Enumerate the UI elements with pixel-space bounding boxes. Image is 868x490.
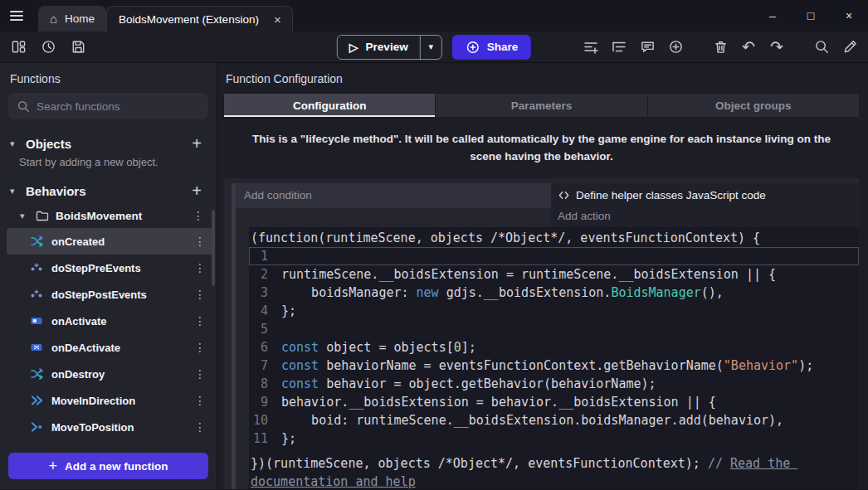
objects-section-header[interactable]: ▾ Objects + bbox=[0, 131, 217, 156]
code-wrapper-footer: })(runtimeScene, objects /*Object*/, eve… bbox=[249, 454, 859, 489]
add-behavior-button[interactable]: + bbox=[187, 182, 207, 201]
chevrons-icon bbox=[30, 394, 43, 407]
function-item-moveindirection[interactable]: MoveInDirection ⋮ bbox=[7, 387, 213, 414]
kebab-menu-icon[interactable]: ⋮ bbox=[193, 367, 207, 381]
function-item-oncreated[interactable]: onCreated ⋮ bbox=[7, 228, 213, 255]
code-line[interactable]: 11}; bbox=[249, 429, 859, 448]
code-line[interactable]: 7const behaviorName = eventsFunctionCont… bbox=[249, 357, 859, 375]
window-maximize-button[interactable]: □ bbox=[792, 0, 830, 32]
configuration-tabs: Configuration Parameters Object groups bbox=[224, 94, 859, 117]
chevron-down-icon: ▾ bbox=[10, 186, 19, 196]
tab-object-groups[interactable]: Object groups bbox=[648, 94, 859, 117]
add-action-button[interactable]: Add action bbox=[551, 208, 859, 227]
kebab-menu-icon[interactable]: ⋮ bbox=[192, 209, 205, 222]
tab-close-icon[interactable]: × bbox=[271, 12, 284, 27]
function-item-ondestroy[interactable]: onDestroy ⋮ bbox=[7, 361, 213, 387]
play-icon: ▷ bbox=[349, 41, 358, 54]
behaviors-section-label: Behaviors bbox=[26, 184, 180, 198]
kebab-menu-icon[interactable]: ⋮ bbox=[193, 314, 207, 327]
add-subevent-icon[interactable] bbox=[611, 39, 627, 56]
js-code-event-header[interactable]: Define helper classes JavaScript code bbox=[551, 183, 859, 208]
function-label: MoveToPosition bbox=[51, 421, 185, 434]
search-icon[interactable] bbox=[813, 39, 830, 56]
code-wrapper-header: (function(runtimeScene, objects /*Object… bbox=[249, 227, 859, 247]
code-line[interactable]: 3 boidsManager: new gdjs.__boidsExtensio… bbox=[249, 284, 859, 302]
kebab-menu-icon[interactable]: ⋮ bbox=[193, 341, 207, 354]
code-line[interactable]: 9behavior.__boidsExtension = behavior.__… bbox=[249, 393, 859, 411]
kebab-menu-icon[interactable]: ⋮ bbox=[193, 235, 207, 248]
steps-icon bbox=[30, 288, 43, 301]
function-label: doStepPreEvents bbox=[51, 262, 185, 274]
tab-parameters[interactable]: Parameters bbox=[436, 94, 647, 117]
function-label: onCreated bbox=[51, 235, 185, 248]
add-event-icon[interactable] bbox=[583, 39, 599, 56]
line-number: 2 bbox=[249, 265, 281, 284]
sidebar-scrollbar[interactable] bbox=[212, 210, 215, 286]
preview-button[interactable]: ▷ Preview ▾ bbox=[337, 35, 442, 60]
code-line[interactable]: 2runtimeScene.__boidsExtension = runtime… bbox=[249, 265, 859, 284]
line-number: 7 bbox=[249, 357, 281, 375]
function-configuration-panel: Function Configuration Configuration Par… bbox=[217, 63, 868, 489]
save-icon[interactable] bbox=[70, 39, 86, 56]
code-line[interactable]: 1 bbox=[249, 247, 859, 265]
window-close-button[interactable]: × bbox=[830, 0, 868, 32]
tab-boidsmovement-extension[interactable]: BoidsMovement (Extension) × bbox=[106, 6, 293, 32]
add-comment-icon[interactable] bbox=[639, 39, 656, 56]
window-minimize-button[interactable]: – bbox=[753, 0, 792, 32]
behaviors-section-header[interactable]: ▾ Behaviors + bbox=[0, 178, 217, 203]
line-number: 3 bbox=[249, 284, 281, 302]
add-object-button[interactable]: + bbox=[187, 134, 207, 153]
redo-icon[interactable]: ↷ bbox=[768, 39, 785, 56]
behavior-folder-boidsmovement[interactable]: ▾ BoidsMovement ⋮ bbox=[0, 203, 217, 228]
code-line[interactable]: 4}; bbox=[249, 302, 859, 320]
chevron-down-icon: ▾ bbox=[10, 138, 19, 149]
function-item-dosteppreevents[interactable]: doStepPreEvents ⋮ bbox=[7, 255, 213, 281]
tab-configuration[interactable]: Configuration bbox=[224, 94, 436, 117]
line-number: 8 bbox=[249, 375, 281, 393]
chevron-down-icon: ▾ bbox=[428, 41, 433, 52]
search-functions-input[interactable] bbox=[37, 100, 200, 113]
kebab-menu-icon[interactable]: ⋮ bbox=[193, 420, 207, 434]
panel-title: Function Configuration bbox=[224, 63, 859, 94]
function-label: doStepPostEvents bbox=[51, 289, 185, 301]
footer-comment: // bbox=[708, 456, 730, 471]
js-code-icon bbox=[558, 189, 570, 201]
pen-icon[interactable] bbox=[841, 39, 858, 56]
preview-button-main[interactable]: ▷ Preview bbox=[338, 36, 420, 59]
function-item-ondeactivate[interactable]: onDeActivate ⋮ bbox=[7, 334, 213, 361]
code-line[interactable]: 8const behavior = object.getBehavior(beh… bbox=[249, 375, 859, 393]
tab-home[interactable]: ⌂ Home bbox=[38, 6, 106, 32]
share-button[interactable]: Share bbox=[452, 35, 532, 60]
footer-code: })(runtimeScene, objects /*Object*/, eve… bbox=[251, 456, 708, 471]
add-new-function-button[interactable]: + Add a new function bbox=[8, 453, 208, 479]
code-line[interactable]: 6const object = objects[0]; bbox=[249, 338, 859, 357]
tab-home-label: Home bbox=[65, 12, 95, 25]
code-line[interactable]: 5 bbox=[249, 320, 859, 338]
kebab-menu-icon[interactable]: ⋮ bbox=[193, 394, 207, 407]
undo-icon[interactable]: ↶ bbox=[740, 39, 757, 56]
function-label: MoveInDirection bbox=[51, 395, 185, 407]
line-number: 1 bbox=[249, 247, 281, 265]
kebab-menu-icon[interactable]: ⋮ bbox=[193, 261, 207, 274]
code-editor[interactable]: (function(runtimeScene, objects /*Object… bbox=[249, 227, 859, 489]
activate-icon bbox=[30, 314, 43, 327]
add-circle-icon[interactable] bbox=[667, 39, 684, 56]
project-manager-icon[interactable] bbox=[10, 39, 27, 56]
objects-empty-hint: Start by adding a new object. bbox=[0, 156, 217, 173]
main-menu-icon[interactable] bbox=[0, 0, 33, 32]
kebab-menu-icon[interactable]: ⋮ bbox=[193, 288, 207, 301]
function-label: onDestroy bbox=[51, 368, 185, 381]
function-item-dosteppostevents[interactable]: doStepPostEvents ⋮ bbox=[7, 281, 213, 308]
function-item-onactivate[interactable]: onActivate ⋮ bbox=[7, 308, 213, 334]
code-line[interactable]: 10 boid: runtimeScene.__boidsExtension.b… bbox=[249, 411, 859, 429]
home-icon: ⌂ bbox=[50, 12, 57, 26]
search-box[interactable] bbox=[8, 93, 208, 119]
trash-icon[interactable] bbox=[712, 39, 729, 56]
history-icon[interactable] bbox=[40, 39, 56, 56]
behaviors-tree: ▾ BoidsMovement ⋮ onCreated ⋮ doStepPreE… bbox=[0, 203, 217, 453]
shuffle-icon bbox=[30, 367, 43, 381]
function-item-movetoposition[interactable]: MoveToPosition ⋮ bbox=[7, 414, 213, 440]
preview-dropdown-button[interactable]: ▾ bbox=[420, 36, 441, 59]
line-number: 5 bbox=[249, 320, 281, 338]
add-condition-button[interactable]: Add condition bbox=[236, 183, 551, 208]
